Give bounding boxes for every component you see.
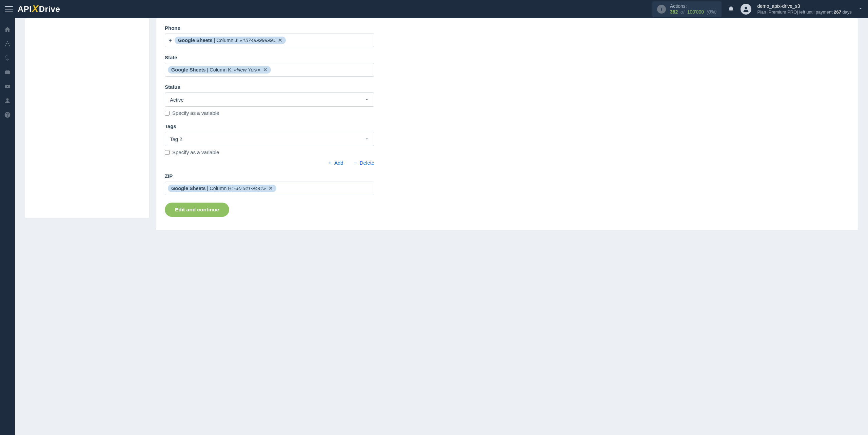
input-zip[interactable]: Google Sheets | Column H: «87641-9441» ✕ — [165, 182, 374, 195]
label-state: State — [165, 55, 374, 60]
chip-remove-icon[interactable]: ✕ — [278, 38, 282, 43]
sidebar-item-connections[interactable] — [0, 37, 15, 51]
actions-used: 382 — [670, 9, 678, 15]
sidebar-item-video[interactable] — [0, 79, 15, 94]
username: demo_apix-drive_s3 — [757, 3, 852, 9]
select-tags[interactable]: Tag 2 — [165, 132, 374, 146]
sidebar-item-account[interactable] — [0, 94, 15, 108]
checkbox-row-status[interactable]: Specify as a variable — [165, 110, 374, 116]
actions-pct: (0%) — [707, 9, 717, 15]
user-info[interactable]: demo_apix-drive_s3 Plan |Premium PRO| le… — [757, 3, 852, 15]
tags-add-button[interactable]: Add — [328, 160, 343, 166]
field-group-status: Status Active Specify as a variable — [165, 84, 374, 116]
main-panel: Phone + Google Sheets | Column J: «15749… — [156, 18, 858, 230]
input-state[interactable]: Google Sheets | Column K: «New York» ✕ — [165, 63, 374, 77]
field-group-phone: Phone + Google Sheets | Column J: «15749… — [165, 25, 374, 47]
variable-chip[interactable]: Google Sheets | Column K: «New York» ✕ — [168, 66, 271, 74]
tags-delete-button[interactable]: Delete — [353, 160, 374, 166]
plus-icon — [328, 161, 332, 165]
minus-icon — [353, 161, 358, 165]
label-phone: Phone — [165, 25, 374, 31]
field-group-state: State Google Sheets | Column K: «New Yor… — [165, 55, 374, 77]
checkbox-tags-variable[interactable] — [165, 150, 170, 155]
brand-logo[interactable]: APIXDrive — [18, 4, 60, 15]
info-icon: i — [657, 5, 666, 14]
field-group-zip: ZIP Google Sheets | Column H: «87641-944… — [165, 173, 374, 195]
checkbox-status-variable[interactable] — [165, 111, 170, 116]
chip-remove-icon[interactable]: ✕ — [263, 67, 268, 72]
sidebar-item-billing[interactable] — [0, 51, 15, 65]
variable-chip[interactable]: Google Sheets | Column H: «87641-9441» ✕ — [168, 185, 276, 192]
avatar[interactable] — [741, 4, 751, 15]
svg-point-0 — [745, 7, 747, 9]
sidebar-item-help[interactable] — [0, 108, 15, 122]
svg-point-1 — [6, 98, 9, 101]
chevron-down-icon[interactable] — [858, 6, 863, 13]
select-value: Active — [170, 97, 184, 103]
sidebar — [0, 18, 15, 435]
select-status[interactable]: Active — [165, 92, 374, 107]
plan-line: Plan |Premium PRO| left until payment 26… — [757, 9, 852, 15]
checkbox-row-tags[interactable]: Specify as a variable — [165, 149, 374, 155]
label-zip: ZIP — [165, 173, 374, 179]
input-phone[interactable]: + Google Sheets | Column J: «15749999999… — [165, 34, 374, 47]
variable-chip[interactable]: Google Sheets | Column J: «15749999999» … — [175, 37, 286, 44]
edit-continue-button[interactable]: Edit and continue — [165, 203, 229, 217]
menu-toggle-icon[interactable] — [5, 6, 13, 12]
label-status: Status — [165, 84, 374, 90]
chip-remove-icon[interactable]: ✕ — [269, 186, 273, 191]
app-header: APIXDrive i Actions: 382 of 100'000 (0%)… — [0, 0, 868, 18]
page-body: Phone + Google Sheets | Column J: «15749… — [15, 18, 868, 435]
sidebar-item-home[interactable] — [0, 22, 15, 37]
sidebar-item-briefcase[interactable] — [0, 65, 15, 79]
actions-total: 100'000 — [687, 9, 704, 15]
chevron-down-icon — [364, 97, 369, 102]
field-group-tags: Tags Tag 2 Specify as a variable Add — [165, 123, 374, 166]
notifications-icon[interactable] — [728, 5, 734, 14]
label-tags: Tags — [165, 123, 374, 129]
actions-usage-widget[interactable]: i Actions: 382 of 100'000 (0%) — [652, 1, 722, 17]
actions-label: Actions: — [670, 3, 717, 9]
select-value: Tag 2 — [170, 136, 182, 142]
left-panel — [25, 18, 149, 218]
chevron-down-icon — [364, 137, 369, 141]
add-variable-icon[interactable]: + — [168, 37, 173, 43]
